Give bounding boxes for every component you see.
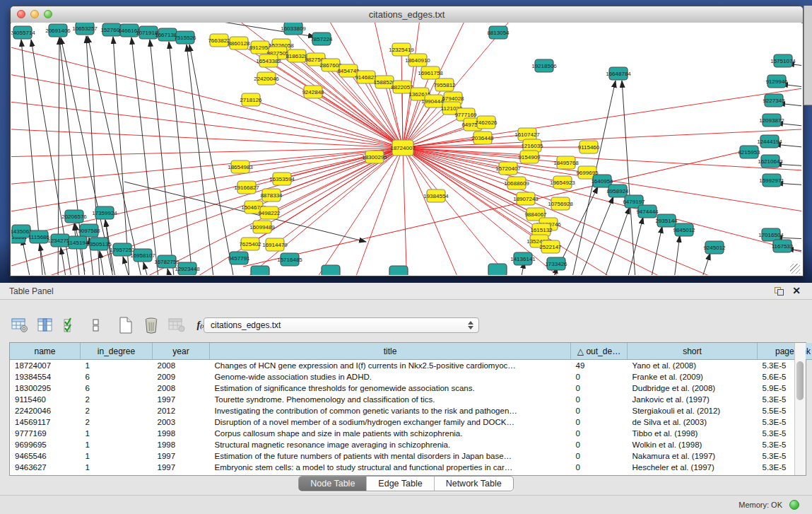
graph-node[interactable]: 12093872 bbox=[759, 114, 784, 127]
tab-edge-table[interactable]: Edge Table bbox=[367, 477, 434, 491]
table-cell[interactable]: 0 bbox=[571, 439, 628, 450]
table-cell[interactable]: Nakamura et al. (1997) bbox=[628, 450, 758, 462]
graph-edge[interactable] bbox=[187, 45, 215, 275]
table-cell[interactable]: 6 bbox=[81, 382, 153, 394]
network-canvas[interactable]: 7663822886012889129541522605898275051654… bbox=[11, 23, 801, 275]
graph-node[interactable]: 16961758 bbox=[418, 66, 443, 79]
table-cell[interactable]: 1 bbox=[81, 462, 153, 473]
table-row[interactable]: 911546021997Tourette syndrome. Phenomeno… bbox=[10, 394, 812, 405]
table-cell[interactable]: 9115460 bbox=[10, 394, 81, 405]
graph-edge[interactable] bbox=[403, 23, 520, 148]
graph-node[interactable]: 16958107 bbox=[130, 249, 155, 262]
table-cell[interactable]: 14569117 bbox=[10, 416, 81, 428]
graph-node[interactable]: 18300295 bbox=[362, 151, 387, 163]
graph-node[interactable]: 9245012 bbox=[703, 241, 726, 254]
column-header-name[interactable]: name bbox=[10, 343, 81, 360]
table-cell[interactable]: 2008 bbox=[153, 382, 210, 394]
graph-node[interactable]: 13505135 bbox=[86, 238, 112, 250]
graph-edge[interactable] bbox=[351, 148, 403, 275]
table-cell[interactable]: Tibbo et al. (1998) bbox=[628, 428, 758, 439]
graph-node[interactable]: 16648784 bbox=[606, 67, 631, 80]
graph-node[interactable]: 2522147 bbox=[539, 240, 562, 253]
graph-hub-node[interactable]: 18724007 bbox=[390, 140, 416, 156]
graph-node[interactable]: 15751074 bbox=[770, 54, 796, 67]
table-cell[interactable]: Genome-wide association studies in ADHD. bbox=[210, 371, 571, 382]
graph-edge[interactable] bbox=[649, 226, 662, 275]
graph-node[interactable]: 7663822 bbox=[208, 34, 230, 47]
table-cell[interactable]: de Silva et al. (2003) bbox=[628, 416, 758, 428]
column-header-out_de[interactable]: △ out_de… bbox=[571, 343, 628, 360]
table-cell[interactable]: 2 bbox=[81, 405, 153, 416]
graph-node[interactable]: 10756928 bbox=[548, 197, 573, 210]
table-scrollbar[interactable] bbox=[794, 343, 806, 475]
table-cell[interactable]: 2 bbox=[81, 416, 153, 428]
graph-edge[interactable] bbox=[113, 37, 130, 275]
graph-node[interactable]: 12444194 bbox=[757, 135, 782, 148]
table-cell[interactable]: 0 bbox=[571, 371, 628, 382]
graph-node[interactable] bbox=[251, 266, 269, 275]
table-cell[interactable]: 0 bbox=[571, 450, 628, 462]
table-cell[interactable]: Investigating the contribution of common… bbox=[210, 405, 571, 416]
graph-edge[interactable] bbox=[167, 269, 172, 275]
table-row[interactable]: 1456911722003Disruption of a novel membe… bbox=[10, 416, 812, 428]
table-cell[interactable]: 9463627 bbox=[10, 462, 81, 473]
graph-node[interactable]: 18495768 bbox=[553, 156, 579, 169]
graph-node[interactable]: 19654923 bbox=[550, 176, 575, 189]
graph-node[interactable]: 9474444 bbox=[636, 205, 659, 218]
graph-node[interactable]: 16099489 bbox=[249, 221, 275, 233]
table-cell[interactable]: Estimation of significance thresholds fo… bbox=[210, 382, 571, 394]
close-panel-icon[interactable]: ✕ bbox=[792, 285, 801, 296]
graph-edge[interactable] bbox=[403, 60, 418, 148]
graph-node[interactable]: 15720407 bbox=[495, 162, 521, 175]
graph-node[interactable]: 9242848 bbox=[302, 86, 324, 98]
table-cell[interactable]: 2008 bbox=[153, 360, 210, 372]
table-cell[interactable]: Disruption of a novel member of a sodium… bbox=[210, 416, 571, 428]
graph-node[interactable]: 14136141 bbox=[510, 252, 536, 265]
column-header-year[interactable]: year bbox=[153, 343, 210, 360]
graph-edge[interactable] bbox=[189, 45, 236, 275]
graph-edge[interactable] bbox=[11, 148, 403, 157]
table-cell[interactable]: 6 bbox=[81, 371, 153, 382]
graph-node[interactable]: 15992971 bbox=[759, 174, 784, 187]
table-cell[interactable]: 22420046 bbox=[10, 405, 81, 416]
column-header-in_degree[interactable]: in_degree bbox=[81, 343, 153, 360]
table-cell[interactable]: Embryonic stem cells: a model to study s… bbox=[210, 462, 571, 473]
table-row[interactable]: 946554611997Estimation of the future num… bbox=[10, 450, 812, 462]
graph-node[interactable]: 1145194 bbox=[67, 236, 89, 249]
graph-node[interactable]: 1216035 bbox=[521, 139, 543, 152]
table-cell[interactable]: 18724007 bbox=[10, 360, 81, 372]
table-row[interactable]: 2242004622012Investigating the contribut… bbox=[10, 405, 812, 416]
graph-edge[interactable] bbox=[575, 197, 613, 275]
table-cell[interactable]: 0 bbox=[571, 394, 628, 405]
column-header-title[interactable]: title bbox=[210, 343, 571, 360]
graph-edge[interactable] bbox=[403, 148, 407, 275]
table-cell[interactable]: 1 bbox=[81, 450, 153, 462]
table-cell[interactable]: Wolkin et al. (1998) bbox=[628, 439, 758, 450]
column-header-short[interactable]: short bbox=[628, 343, 758, 360]
scrollbar-thumb[interactable] bbox=[796, 361, 804, 400]
table-cell[interactable]: Changes of HCN gene expression and I(f) … bbox=[210, 360, 571, 372]
table-cell[interactable]: Tourette syndrome. Phenomenology and cla… bbox=[210, 394, 571, 405]
graph-edge[interactable] bbox=[131, 37, 160, 275]
table-cell[interactable]: 9465546 bbox=[10, 450, 81, 462]
table-row[interactable]: 977716911998Corpus callosum shape and si… bbox=[10, 428, 812, 439]
table-cell[interactable]: 1998 bbox=[153, 428, 210, 439]
table-cell[interactable]: Estimation of the future numbers of pati… bbox=[210, 450, 571, 462]
tab-node-table[interactable]: Node Table bbox=[299, 477, 367, 491]
float-panel-icon[interactable] bbox=[775, 287, 784, 296]
table-cell[interactable]: 1 bbox=[81, 439, 153, 450]
table-selector-dropdown[interactable]: citations_edges.txt bbox=[204, 317, 479, 333]
graph-node[interactable] bbox=[389, 266, 408, 275]
graph-node[interactable]: 24055714 bbox=[11, 26, 35, 39]
graph-node[interactable]: 8860128 bbox=[228, 37, 250, 49]
graph-node[interactable]: 2036448 bbox=[471, 132, 494, 144]
table-cell[interactable]: 1997 bbox=[153, 462, 210, 473]
table-cell[interactable]: Franke et al. (2009) bbox=[628, 371, 758, 382]
graph-node[interactable]: 10653257 bbox=[72, 23, 98, 35]
table-cell[interactable]: Dudbridge et al. (2008) bbox=[628, 382, 758, 394]
graph-node[interactable]: 19166827 bbox=[234, 181, 259, 194]
graph-node[interactable]: 1167533 bbox=[772, 240, 794, 252]
table-cell[interactable]: 0 bbox=[571, 462, 628, 473]
window-titlebar[interactable]: citations_edges.txt bbox=[11, 6, 803, 23]
graph-node[interactable]: 15716485 bbox=[277, 253, 302, 266]
